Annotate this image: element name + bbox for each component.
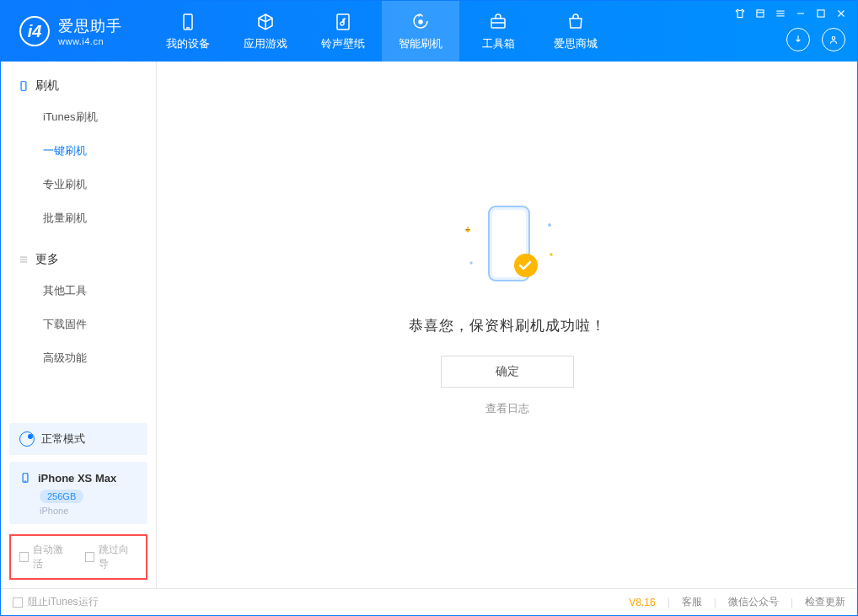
mode-label: 正常模式 xyxy=(41,431,85,447)
phone-icon xyxy=(18,80,29,92)
highlighted-checkbox-row: 自动激活 跳过向导 xyxy=(9,534,147,580)
checkbox-box-icon xyxy=(19,552,29,562)
checkbox-label: 自动激活 xyxy=(33,543,72,571)
checkbox-box-icon xyxy=(13,597,23,608)
sidebar-item-advanced[interactable]: 高级功能 xyxy=(1,341,156,375)
device-type: iPhone xyxy=(40,506,137,516)
menu-icon[interactable] xyxy=(775,8,786,19)
app-header: i4 爱思助手 www.i4.cn 我的设备 应用游戏 铃声壁纸 智能刷机 工具… xyxy=(1,1,857,62)
success-message: 恭喜您，保资料刷机成功啦！ xyxy=(409,316,606,335)
user-button[interactable] xyxy=(822,28,845,51)
nav-tabs: 我的设备 应用游戏 铃声壁纸 智能刷机 工具箱 爱思商城 xyxy=(149,1,614,62)
svg-rect-11 xyxy=(818,10,824,17)
sidebar-item-batch-flash[interactable]: 批量刷机 xyxy=(1,201,156,235)
separator: | xyxy=(714,597,716,608)
download-button[interactable] xyxy=(786,28,810,51)
sidebar: 刷机 iTunes刷机 一键刷机 专业刷机 批量刷机 更多 其他工具 下载固件 … xyxy=(1,62,157,588)
svg-point-14 xyxy=(832,37,835,40)
logo-icon: i4 xyxy=(19,16,50,46)
brand-subtitle: www.i4.cn xyxy=(58,36,122,46)
box-icon[interactable] xyxy=(754,8,766,19)
svg-rect-15 xyxy=(21,82,26,91)
brand-title: 爱思助手 xyxy=(58,16,122,36)
device-name-row: iPhone XS Max xyxy=(19,470,137,485)
svg-point-24 xyxy=(548,223,551,227)
success-illustration xyxy=(423,200,592,292)
checkbox-box-icon xyxy=(85,552,94,562)
tab-label: 智能刷机 xyxy=(399,36,442,51)
tab-label: 爱思商城 xyxy=(554,36,598,51)
tab-label: 铃声壁纸 xyxy=(321,36,365,51)
sidebar-item-itunes-flash[interactable]: iTunes刷机 xyxy=(1,100,156,134)
capacity-badge: 256GB xyxy=(40,490,83,503)
sidebar-section-flash: 刷机 xyxy=(1,62,156,100)
brand-logo-block: i4 爱思助手 www.i4.cn xyxy=(1,16,139,46)
section-title: 刷机 xyxy=(35,78,59,94)
header-user-buttons xyxy=(786,28,845,51)
mode-status-card[interactable]: 正常模式 xyxy=(9,423,147,455)
checkbox-label: 跳过向导 xyxy=(99,543,137,571)
tab-label: 工具箱 xyxy=(482,36,515,51)
footer-link-check-update[interactable]: 检查更新 xyxy=(805,595,845,609)
sidebar-bottom: 正常模式 iPhone XS Max 256GB iPhone xyxy=(1,423,156,534)
device-card[interactable]: iPhone XS Max 256GB iPhone xyxy=(9,462,147,524)
phone-outline-icon xyxy=(19,470,31,485)
minimize-button[interactable] xyxy=(795,8,807,19)
store-icon xyxy=(565,11,587,33)
device-name: iPhone XS Max xyxy=(38,472,116,485)
tab-ringtones-wallpapers[interactable]: 铃声壁纸 xyxy=(304,1,382,62)
sidebar-item-oneclick-flash[interactable]: 一键刷机 xyxy=(1,134,156,168)
tab-label: 我的设备 xyxy=(166,36,210,51)
main-content: 恭喜您，保资料刷机成功啦！ 确定 查看日志 xyxy=(157,62,857,588)
tab-toolbox[interactable]: 工具箱 xyxy=(459,1,537,62)
shirt-icon[interactable] xyxy=(734,8,746,19)
version-label: V8.16 xyxy=(629,597,655,608)
flash-icon xyxy=(410,11,432,33)
maximize-button[interactable] xyxy=(815,8,827,19)
window-controls-row xyxy=(734,8,847,19)
sidebar-item-other-tools[interactable]: 其他工具 xyxy=(1,274,156,308)
toolbox-icon xyxy=(487,11,509,33)
cube-icon xyxy=(255,11,276,33)
tab-label: 应用游戏 xyxy=(244,36,287,51)
footer-link-support[interactable]: 客服 xyxy=(682,595,702,609)
section-title: 更多 xyxy=(35,252,59,267)
music-icon xyxy=(332,11,354,33)
device-icon xyxy=(177,11,199,33)
footer-bar: 阻止iTunes运行 V8.16 | 客服 | 微信公众号 | 检查更新 xyxy=(1,588,857,615)
checkbox-skip-wizard[interactable]: 跳过向导 xyxy=(85,543,137,571)
svg-rect-5 xyxy=(757,10,764,17)
view-log-link[interactable]: 查看日志 xyxy=(485,401,529,416)
body-container: 刷机 iTunes刷机 一键刷机 专业刷机 批量刷机 更多 其他工具 下载固件 … xyxy=(1,62,857,588)
separator: | xyxy=(668,597,670,608)
svg-point-3 xyxy=(419,20,422,24)
tab-store[interactable]: 爱思商城 xyxy=(537,1,614,62)
sidebar-item-pro-flash[interactable]: 专业刷机 xyxy=(1,168,156,201)
ok-button[interactable]: 确定 xyxy=(441,356,574,388)
tab-smart-flash[interactable]: 智能刷机 xyxy=(382,1,459,62)
separator: | xyxy=(791,597,793,608)
brand-text: 爱思助手 www.i4.cn xyxy=(58,16,122,46)
checkbox-block-itunes[interactable]: 阻止iTunes运行 xyxy=(13,595,99,609)
tab-my-device[interactable]: 我的设备 xyxy=(149,1,227,62)
status-dot-icon xyxy=(19,431,35,447)
footer-link-wechat[interactable]: 微信公众号 xyxy=(728,595,779,609)
sidebar-item-download-firmware[interactable]: 下载固件 xyxy=(1,308,156,341)
checkbox-label: 阻止iTunes运行 xyxy=(28,595,99,609)
tab-apps-games[interactable]: 应用游戏 xyxy=(227,1,304,62)
checkbox-auto-activate[interactable]: 自动激活 xyxy=(19,543,72,571)
sidebar-section-more: 更多 xyxy=(1,235,156,274)
close-button[interactable] xyxy=(835,8,847,19)
list-icon xyxy=(18,254,29,265)
footer-right: V8.16 | 客服 | 微信公众号 | 检查更新 xyxy=(629,595,845,609)
